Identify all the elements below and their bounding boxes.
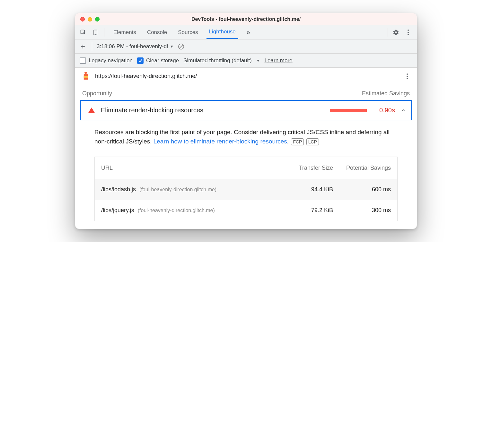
throttling-selector[interactable]: Simulated throttling (default): [183, 57, 252, 64]
more-menu-icon[interactable]: [403, 30, 413, 35]
toolbar-divider: [104, 28, 104, 37]
report-url-row: https://foul-heavenly-direction.glitch.m…: [75, 68, 417, 85]
chevron-down-icon[interactable]: ▼: [256, 58, 260, 63]
legacy-navigation-checkbox[interactable]: [80, 57, 86, 64]
col-url: URL: [101, 164, 285, 172]
savings-bar: [330, 109, 367, 112]
inspect-element-icon[interactable]: [78, 25, 89, 39]
opportunities-section-header: Opportunity Estimated Savings: [75, 85, 417, 100]
col-potential-savings: Potential Savings: [333, 164, 391, 172]
metric-tag-fcp: FCP: [291, 138, 304, 145]
opportunity-title: Eliminate render-blocking resources: [101, 107, 324, 114]
table-row: /libs/jquery.js (foul-heavenly-direction…: [95, 200, 397, 221]
legacy-navigation-label: Legacy navigation: [89, 57, 133, 64]
devtools-window: DevTools - foul-heavenly-direction.glitc…: [75, 13, 417, 229]
cell-url[interactable]: /libs/jquery.js (foul-heavenly-direction…: [101, 207, 285, 214]
new-report-button[interactable]: +: [78, 43, 87, 50]
cell-transfer-size: 94.4 KiB: [285, 186, 333, 193]
toolbar-right-icons: [391, 25, 414, 39]
legacy-navigation-option[interactable]: Legacy navigation: [80, 57, 133, 64]
opportunity-item[interactable]: Eliminate render-blocking resources 0.90…: [80, 100, 412, 120]
svg-line-4: [179, 45, 183, 48]
tab-elements[interactable]: Elements: [111, 25, 139, 39]
cell-transfer-size: 79.2 KiB: [285, 207, 333, 214]
titlebar: DevTools - foul-heavenly-direction.glitc…: [75, 13, 417, 25]
clear-all-icon[interactable]: [178, 43, 185, 50]
lighthouse-subtoolbar: + 3:18:06 PM - foul-heavenly-di ▼: [75, 39, 417, 54]
table-row: /libs/lodash.js (foul-heavenly-direction…: [95, 179, 397, 200]
main-tabs-bar: Elements Console Sources Lighthouse »: [75, 25, 417, 39]
tab-lighthouse[interactable]: Lighthouse: [206, 25, 238, 39]
savings-column-label: Estimated Savings: [362, 90, 410, 97]
tabs-overflow-button[interactable]: »: [244, 25, 253, 39]
resource-path: /libs/lodash.js: [101, 186, 136, 193]
tab-console[interactable]: Console: [145, 25, 170, 39]
svg-rect-7: [84, 72, 87, 73]
report-url: https://foul-heavenly-direction.glitch.m…: [95, 73, 399, 80]
toolbar-divider: [92, 42, 92, 51]
throttling-label: Simulated throttling (default): [183, 57, 252, 64]
resource-host: (foul-heavenly-direction.glitch.me): [139, 187, 216, 192]
description-text-after: .: [287, 138, 289, 145]
opportunity-column-label: Opportunity: [82, 90, 112, 97]
settings-gear-icon[interactable]: [391, 29, 401, 36]
opportunity-savings-value: 0.90s: [373, 107, 395, 114]
cell-potential-savings: 600 ms: [333, 186, 391, 193]
window-title: DevTools - foul-heavenly-direction.glitc…: [75, 16, 417, 22]
svg-marker-5: [84, 73, 88, 79]
metric-tag-lcp: LCP: [306, 138, 319, 145]
report-selector-label: 3:18:06 PM - foul-heavenly-di: [97, 43, 168, 50]
col-transfer-size: Transfer Size: [285, 164, 333, 172]
fail-triangle-icon: [88, 108, 95, 113]
opportunity-description: Resources are blocking the first paint o…: [75, 124, 417, 152]
chevron-down-icon: ▼: [170, 44, 174, 49]
learn-more-link[interactable]: Learn more: [265, 57, 293, 64]
device-toolbar-icon[interactable]: [90, 25, 101, 39]
description-learn-link[interactable]: Learn how to eliminate render-blocking r…: [154, 138, 287, 145]
clear-storage-label: Clear storage: [146, 57, 179, 64]
resource-host: (foul-heavenly-direction.glitch.me): [138, 208, 215, 213]
lighthouse-logo-icon: [81, 72, 91, 81]
clear-storage-option[interactable]: Clear storage: [137, 57, 179, 64]
panel-tabs: Elements Console Sources Lighthouse »: [108, 25, 384, 39]
clear-storage-checkbox[interactable]: [137, 57, 144, 64]
toolbar-divider: [388, 28, 388, 37]
chevron-up-icon[interactable]: [401, 108, 406, 113]
lighthouse-options-bar: Legacy navigation Clear storage Simulate…: [75, 54, 417, 68]
resource-path: /libs/jquery.js: [101, 207, 134, 213]
svg-rect-6: [84, 76, 88, 78]
cell-potential-savings: 300 ms: [333, 207, 391, 214]
report-selector[interactable]: 3:18:06 PM - foul-heavenly-di ▼: [97, 43, 174, 50]
cell-url[interactable]: /libs/lodash.js (foul-heavenly-direction…: [101, 186, 285, 193]
resources-table: URL Transfer Size Potential Savings /lib…: [94, 157, 398, 221]
table-header-row: URL Transfer Size Potential Savings: [95, 157, 397, 179]
report-options-menu-icon[interactable]: [403, 73, 411, 79]
tab-sources[interactable]: Sources: [175, 25, 200, 39]
